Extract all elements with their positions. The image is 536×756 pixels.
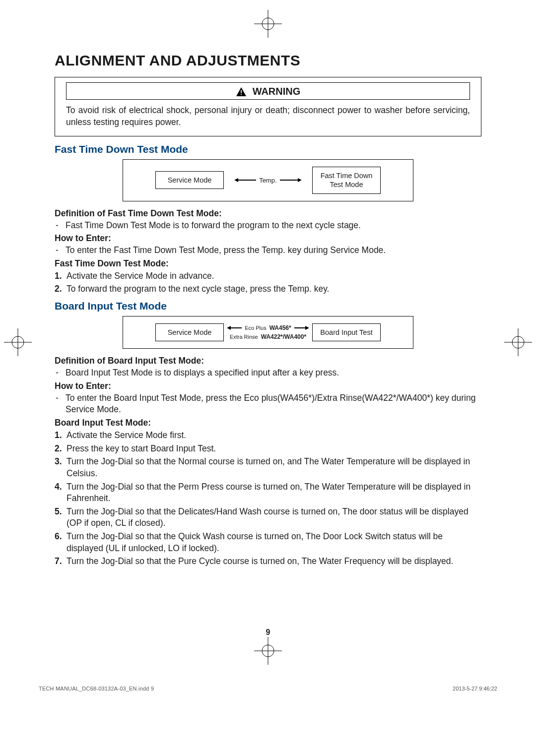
page-number: 9: [0, 628, 536, 637]
svg-point-19: [262, 645, 274, 657]
warning-box: WARNING To avoid risk of electrical shoc…: [55, 77, 481, 136]
list-item: 2.To forward the program to the next cyc…: [55, 283, 481, 295]
list-item: 1.Activate the Service Mode in advance.: [55, 270, 481, 282]
diagram-model-wa422: WA422*/WA400*: [261, 333, 306, 340]
page-content: ALIGNMENT AND ADJUSTMENTS WARNING To avo…: [55, 52, 481, 572]
subheading-steps-ft: Fast Time Down Test Mode:: [55, 258, 481, 269]
section-heading-fast-time: Fast Time Down Test Mode: [55, 143, 481, 155]
print-registration-bottom: [0, 637, 536, 667]
warning-icon: [236, 87, 247, 97]
definition-text-bi: -Board Input Test Mode is to displays a …: [55, 367, 481, 379]
subheading-steps-bi: Board Input Test Mode:: [55, 418, 481, 428]
arrow-right-icon: [280, 178, 302, 183]
registration-mark-icon: [254, 637, 282, 665]
list-item: 1.Activate the Service Mode first.: [55, 430, 481, 441]
enter-text-bi: -To enter the Board Input Test Mode, pre…: [55, 392, 481, 416]
arrow-left-icon: [234, 178, 256, 183]
steps-list-bi: 1.Activate the Service Mode first. 2.Pre…: [55, 430, 481, 567]
arrow-left-icon: [227, 325, 242, 330]
diagram-box-fast-time: Fast Time Down Test Mode: [312, 167, 381, 193]
subheading-definition-bi: Definition of Board Input Test Mode:: [55, 356, 481, 366]
svg-marker-12: [234, 178, 238, 182]
registration-mark-icon: [504, 328, 532, 356]
svg-marker-18: [305, 326, 309, 330]
diagram-fast-time: Service Mode Temp. Fast Time Down Test M…: [123, 159, 413, 201]
footer-timestamp: 2013-5-27 9:46:22: [453, 686, 497, 692]
diagram-box-service-mode: Service Mode: [155, 171, 224, 189]
section-heading-board-input: Board Input Test Mode: [55, 300, 481, 312]
list-item: 5.Turn the Jog-Dial so that the Delicate…: [55, 506, 481, 529]
diagram-box-service-mode-2: Service Mode: [155, 323, 224, 341]
warning-header: WARNING: [66, 82, 470, 100]
arrow-right-icon: [294, 325, 309, 330]
list-item: 3.Turn the Jog-Dial so that the Normal c…: [55, 456, 481, 479]
diagram-key-extrarinse: Extra Rinse: [230, 334, 258, 340]
registration-mark-icon: [4, 328, 32, 356]
page-title: ALIGNMENT AND ADJUSTMENTS: [55, 52, 481, 69]
list-item: 6.Turn the Jog-Dial so that the Quick Wa…: [55, 531, 481, 554]
list-item: 4.Turn the Jog-Dial so that the Perm Pre…: [55, 481, 481, 504]
warning-text: To avoid risk of electrical shock, perso…: [66, 105, 470, 128]
diagram-model-wa456: WA456*: [269, 324, 291, 331]
svg-rect-9: [241, 90, 242, 93]
svg-marker-16: [227, 326, 231, 330]
subheading-definition-ft: Definition of Fast Time Down Test Mode:: [55, 208, 481, 219]
list-item: 2.Press the key to start Board Input Tes…: [55, 443, 481, 455]
warning-label: WARNING: [253, 86, 301, 97]
diagram-label-temp: Temp.: [259, 177, 276, 184]
list-item: 7.Turn the Jog-Dial so that the Pure Cyc…: [55, 556, 481, 567]
svg-point-0: [262, 18, 274, 30]
diagram-arrow-temp: Temp.: [226, 177, 310, 184]
steps-list-ft: 1.Activate the Service Mode in advance. …: [55, 270, 481, 295]
footer-file-info: TECH MANUAL_DC68-03132A-03_EN.indd 9: [39, 686, 154, 692]
print-registration-top: [0, 10, 536, 40]
subheading-how-to-enter-ft: How to Enter:: [55, 233, 481, 244]
diagram-key-ecoplus: Eco Plus: [245, 325, 266, 331]
registration-mark-icon: [254, 10, 282, 38]
definition-text-ft: -Fast Time Down Test Mode is to forward …: [55, 220, 481, 232]
diagram-box-board-input: Board Input Test: [312, 323, 381, 341]
diagram-arrow-board: Eco Plus WA456* Extra Rinse WA422*/WA400…: [226, 324, 310, 340]
subheading-how-to-enter-bi: How to Enter:: [55, 381, 481, 391]
enter-text-ft: -To enter the Fast Time Down Test Mode, …: [55, 245, 481, 256]
diagram-board-input: Service Mode Eco Plus WA456* Extra Rinse…: [123, 316, 413, 349]
svg-rect-10: [241, 94, 242, 95]
svg-marker-14: [298, 178, 302, 182]
